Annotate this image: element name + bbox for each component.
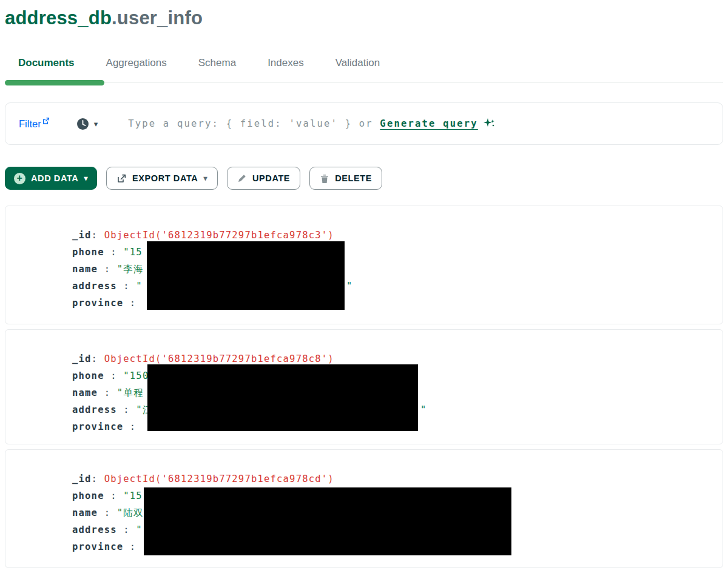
tab-aggregations[interactable]: Aggregations bbox=[106, 57, 167, 69]
redaction-box bbox=[144, 487, 511, 555]
chevron-down-icon: ▾ bbox=[94, 119, 98, 129]
add-data-button[interactable]: + ADD DATA ▾ bbox=[5, 167, 97, 190]
redaction-box bbox=[147, 241, 345, 310]
export-data-button[interactable]: EXPORT DATA ▾ bbox=[106, 167, 218, 190]
delete-button[interactable]: DELETE bbox=[309, 167, 382, 190]
update-button[interactable]: UPDATE bbox=[227, 167, 300, 190]
external-link-icon bbox=[42, 118, 50, 124]
clock-icon bbox=[76, 118, 89, 130]
tab-schema[interactable]: Schema bbox=[198, 57, 236, 69]
query-input[interactable]: Type a query: { field: 'value' } or Gene… bbox=[128, 118, 709, 130]
redacted-value-closing-quote: " bbox=[346, 278, 352, 295]
document-card[interactable]: _id: ObjectId('6812319b77297b1efca978cd'… bbox=[5, 449, 723, 568]
trash-icon bbox=[320, 173, 329, 184]
redacted-value-closing-quote: " bbox=[420, 401, 426, 418]
collection-tabs: Documents Aggregations Schema Indexes Va… bbox=[5, 57, 723, 83]
objectid-value: ObjectId('6812319b77297b1efca978c3') bbox=[104, 230, 334, 241]
filter-link[interactable]: Filter bbox=[19, 118, 50, 130]
document-card[interactable]: _id: ObjectId('6812319b77297b1efca978c3'… bbox=[5, 206, 723, 324]
sparkle-icon bbox=[483, 118, 495, 130]
collection-view: address_db.user_info Documents Aggregati… bbox=[0, 7, 728, 568]
query-placeholder: Type a query: { field: 'value' } or bbox=[128, 118, 380, 129]
chevron-down-icon: ▾ bbox=[203, 174, 207, 182]
redaction-box bbox=[147, 364, 418, 431]
field-id: _id: ObjectId('6812319b77297b1efca978cd'… bbox=[72, 470, 723, 487]
objectid-value: ObjectId('6812319b77297b1efca978cd') bbox=[104, 474, 334, 484]
tab-documents[interactable]: Documents bbox=[18, 57, 75, 69]
documents-toolbar: + ADD DATA ▾ EXPORT DATA ▾ UPDATE DELETE bbox=[5, 167, 723, 190]
active-tab-indicator bbox=[5, 80, 104, 85]
chevron-down-icon: ▾ bbox=[84, 174, 88, 182]
query-history-button[interactable]: ▾ bbox=[76, 118, 98, 130]
database-name: address_db bbox=[5, 7, 112, 28]
export-icon bbox=[116, 173, 127, 184]
objectid-value: ObjectId('6812319b77297b1efca978c8') bbox=[104, 353, 334, 364]
query-filter-bar: Filter ▾ Type a query: { field: 'value' … bbox=[5, 102, 723, 145]
document-card[interactable]: _id: ObjectId('6812319b77297b1efca978c8'… bbox=[5, 329, 723, 444]
tab-indexes[interactable]: Indexes bbox=[268, 57, 304, 69]
generate-query-link[interactable]: Generate query bbox=[380, 118, 477, 129]
page-title: address_db.user_info bbox=[5, 7, 723, 29]
pencil-icon bbox=[237, 173, 247, 183]
plus-icon: + bbox=[14, 173, 25, 184]
tab-validation[interactable]: Validation bbox=[335, 57, 380, 69]
collection-name: .user_info bbox=[112, 7, 203, 28]
